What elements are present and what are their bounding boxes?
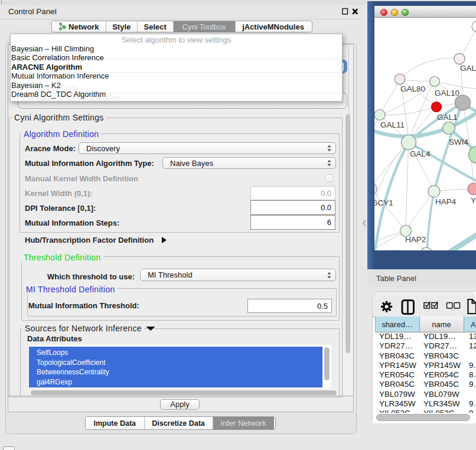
svg-text:Y: Y [471,196,476,205]
svg-text:GAL80: GAL80 [400,84,425,93]
svg-text:HAP2: HAP2 [405,235,426,244]
svg-text:GAL: GAL [460,64,476,73]
svg-text:GAL4: GAL4 [410,149,431,158]
svg-text:GAL1: GAL1 [437,113,458,122]
svg-text:GAL10: GAL10 [435,89,459,97]
svg-text:HAP4: HAP4 [435,197,457,206]
svg-text:GCY1: GCY1 [374,198,393,207]
svg-text:SWI4: SWI4 [449,138,468,146]
svg-text:GAL11: GAL11 [380,120,405,129]
